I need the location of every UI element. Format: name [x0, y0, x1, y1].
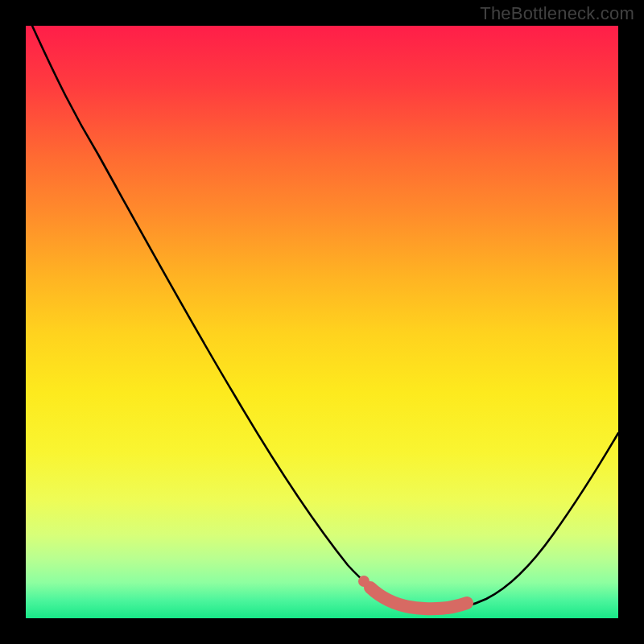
optimal-range-start-dot: [358, 576, 369, 587]
optimal-range-marker: [370, 588, 467, 609]
plot-area: [26, 26, 618, 618]
watermark-text: TheBottleneck.com: [480, 3, 634, 24]
curve-overlay: [26, 26, 618, 618]
chart-frame: TheBottleneck.com: [0, 0, 644, 644]
bottleneck-curve: [32, 26, 618, 609]
